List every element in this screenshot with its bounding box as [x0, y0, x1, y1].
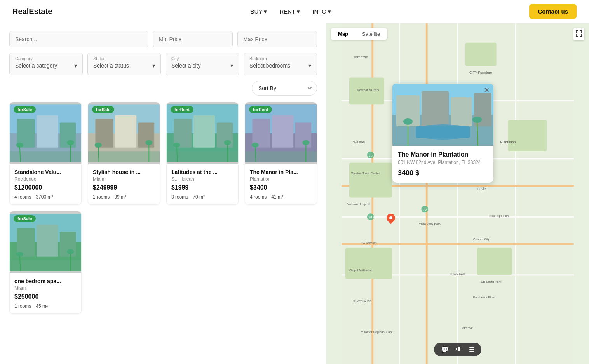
city-select[interactable]: City Select a city ▾ — [166, 53, 239, 75]
svg-point-9 — [67, 140, 74, 145]
svg-text:Tamarac: Tamarac — [353, 55, 368, 59]
contact-button[interactable]: Contact us — [529, 4, 577, 19]
listing-card-1[interactable]: forSale Standalone Valu... Rocklende $12… — [9, 102, 82, 205]
svg-rect-67 — [345, 248, 392, 279]
card-rooms: 1 rooms — [14, 303, 31, 309]
card-price: $1999 — [171, 184, 234, 191]
svg-rect-23 — [193, 115, 215, 148]
svg-text:Davie: Davie — [477, 187, 486, 191]
chevron-down-icon: ▾ — [328, 8, 331, 15]
map-background: Tamarac CITY Furniture Recreation Park W… — [326, 23, 589, 364]
popup-body: The Manor in Plantation 601 NW 82nd Ave,… — [392, 146, 493, 183]
listing-card-4[interactable]: forRent The Manor in Pla... Plantation $… — [245, 102, 317, 205]
svg-text:818: 818 — [369, 216, 375, 219]
status-badge: forSale — [92, 106, 114, 113]
card-location: Rocklende — [14, 176, 77, 182]
card-location: Miami — [14, 286, 77, 291]
card-meta: 1 rooms 45 m² — [14, 303, 77, 309]
popup-image — [392, 84, 493, 146]
map-popup: ✕ — [392, 84, 493, 183]
card-meta: 1 rooms 39 m² — [93, 194, 155, 200]
listing-card-2[interactable]: forSale Stylish house in ... Miami $2499… — [88, 102, 160, 205]
nav-rent[interactable]: RENT ▾ — [279, 8, 300, 15]
card-price: $250000 — [14, 293, 77, 300]
svg-text:75: 75 — [423, 208, 427, 211]
card-meta: 4 rooms 3700 m² — [14, 194, 77, 200]
card-title: Latitudes at the ... — [171, 169, 234, 175]
bedroom-select[interactable]: Bedroom Select bedrooms ▾ — [244, 53, 317, 75]
map-tab-satellite[interactable]: Satellite — [355, 28, 387, 40]
svg-point-29 — [224, 140, 231, 145]
svg-rect-64 — [349, 163, 392, 198]
svg-rect-33 — [272, 115, 293, 148]
svg-point-39 — [302, 140, 309, 145]
listing-card-3[interactable]: forRent Latitudes at the ... St, Hialeah… — [166, 102, 239, 205]
card-title: Stylish house in ... — [93, 169, 155, 175]
svg-text:Miramar Regional Park: Miramar Regional Park — [361, 330, 393, 334]
card-rooms: 4 rooms — [250, 194, 267, 200]
card-price: $1200000 — [14, 184, 77, 191]
svg-text:CB Smith Park: CB Smith Park — [481, 280, 501, 284]
status-select[interactable]: Status Select a status ▾ — [87, 53, 161, 75]
map-tab-map[interactable]: Map — [331, 28, 355, 40]
main-layout: Category Select a category ▾ Status Sele… — [0, 23, 589, 364]
chevron-down-icon: ▾ — [74, 63, 77, 69]
card-rooms: 3 rooms — [171, 194, 188, 200]
svg-rect-43 — [37, 225, 58, 257]
logo: RealEstate — [12, 7, 52, 16]
card-title: The Manor in Pla... — [250, 169, 312, 175]
right-panel: Tamarac CITY Furniture Recreation Park W… — [326, 23, 589, 364]
category-select[interactable]: Category Select a category ▾ — [9, 53, 83, 75]
card-area: 3700 m² — [36, 194, 53, 200]
search-input[interactable] — [9, 31, 148, 47]
popup-address: 601 NW 82nd Ave, Plantation, FL 33324 — [398, 160, 488, 165]
svg-rect-65 — [465, 43, 497, 66]
chevron-down-icon: ▾ — [264, 8, 267, 15]
card-location: Miami — [93, 176, 155, 182]
card-area: 39 m² — [114, 194, 126, 200]
svg-point-37 — [252, 143, 259, 148]
listing-card-5[interactable]: forSale one bedrom apa... Miami $250000 … — [9, 211, 82, 314]
svg-text:Tree Tops Park: Tree Tops Park — [489, 214, 510, 218]
svg-point-104 — [403, 118, 413, 125]
svg-text:Weston Hospital: Weston Hospital — [347, 202, 370, 206]
popup-price: 3400 $ — [398, 169, 488, 177]
card-location: Plantation — [250, 176, 312, 182]
card-title: Standalone Valu... — [14, 169, 77, 175]
card-area: 45 m² — [36, 303, 48, 309]
sort-select[interactable]: Sort By Price: Low to High Price: High t… — [252, 81, 317, 96]
svg-point-19 — [145, 140, 152, 145]
card-location: St, Hialeah — [171, 176, 234, 182]
svg-rect-99 — [451, 97, 472, 126]
svg-text:CITY Furniture: CITY Furniture — [469, 71, 492, 75]
min-price-input[interactable] — [153, 31, 233, 47]
card-rooms: 1 rooms — [93, 194, 110, 200]
svg-text:SW Ranches: SW Ranches — [361, 242, 377, 244]
bottom-toolbar: 💬 👁 ☰ — [434, 343, 481, 356]
map-pin-plantation[interactable] — [387, 214, 395, 222]
expand-icon[interactable] — [573, 28, 584, 40]
status-badge: forSale — [14, 106, 36, 113]
svg-point-17 — [95, 143, 102, 148]
svg-text:Weston: Weston — [353, 140, 365, 144]
filter-row-1 — [9, 31, 317, 47]
card-image-wrap: forRent — [245, 102, 317, 164]
chat-icon[interactable]: 💬 — [441, 346, 449, 353]
popup-close-button[interactable]: ✕ — [484, 87, 490, 94]
svg-point-7 — [16, 143, 23, 148]
max-price-input[interactable] — [237, 31, 317, 47]
nav-buy[interactable]: BUY ▾ — [251, 8, 267, 15]
view-icon[interactable]: 👁 — [456, 346, 462, 353]
card-meta: 4 rooms 41 m² — [250, 194, 312, 200]
card-area: 41 m² — [271, 194, 283, 200]
menu-icon[interactable]: ☰ — [469, 346, 474, 353]
card-body: Latitudes at the ... St, Hialeah $1999 3… — [167, 164, 238, 204]
sort-row: Sort By Price: Low to High Price: High t… — [9, 81, 317, 96]
nav-info[interactable]: INFO ▾ — [312, 8, 331, 15]
map-svg: Tamarac CITY Furniture Recreation Park W… — [326, 23, 589, 364]
nav-links: BUY ▾ RENT ▾ INFO ▾ — [251, 8, 331, 15]
listings-grid: forSale Standalone Valu... Rocklende $12… — [9, 102, 317, 314]
svg-point-27 — [173, 143, 180, 148]
chevron-down-icon: ▾ — [230, 63, 233, 69]
svg-text:SILVERLAKES: SILVERLAKES — [353, 300, 371, 303]
